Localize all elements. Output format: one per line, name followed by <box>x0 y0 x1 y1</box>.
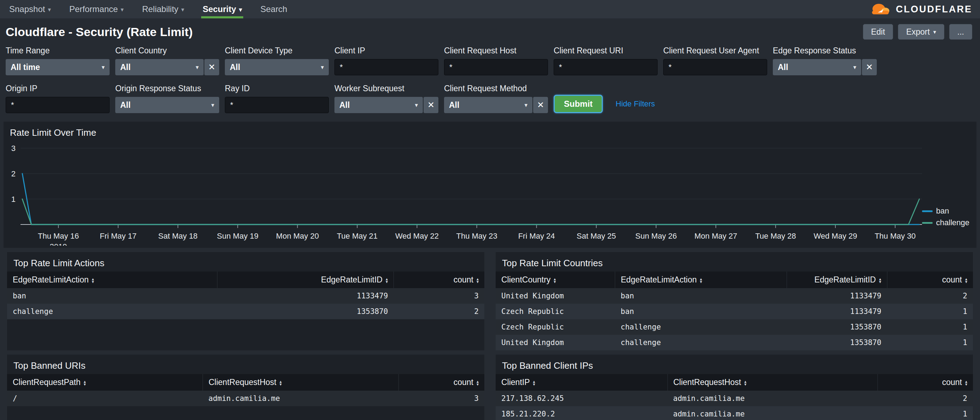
column-header-clientrequesthost[interactable]: ClientRequestHost▴▾ <box>668 374 878 391</box>
table-cell: 1353870 <box>787 335 888 350</box>
filter-label: Time Range <box>6 46 110 56</box>
client-request-uri-input[interactable] <box>554 59 657 75</box>
column-header-clientrequesthost[interactable]: ClientRequestHost▴▾ <box>203 374 399 391</box>
table-row[interactable]: 217.138.62.245admin.camilia.me2 <box>496 391 973 406</box>
top-banned-client-ips-table: ClientIP▴▾ClientRequestHost▴▾count▴▾217.… <box>496 374 973 420</box>
table-row[interactable]: United Kingdomban11334792 <box>496 288 973 304</box>
svg-text:Mon May 27: Mon May 27 <box>694 232 737 240</box>
filter-label: Client Request Host <box>444 46 548 56</box>
column-header-label: count <box>942 275 962 284</box>
client-request-method-clear-button[interactable]: ✕ <box>533 97 548 113</box>
column-header-label: ClientRequestHost <box>208 377 277 387</box>
more-button[interactable]: ... <box>949 24 972 40</box>
edge-response-status-dropdown[interactable]: All▾ <box>773 59 861 75</box>
edit-button[interactable]: Edit <box>863 24 893 40</box>
filter-time-range: Time RangeAll time▾ <box>6 46 110 75</box>
chevron-down-icon: ▾ <box>196 64 199 71</box>
time-range-dropdown[interactable]: All time▾ <box>6 59 110 75</box>
chart-title: Rate Limit Over Time <box>3 122 977 141</box>
dashboard-header: Cloudflare - Security (Rate Limit) Edit … <box>0 18 980 45</box>
submit-button[interactable]: Submit <box>554 95 603 113</box>
column-header-label: ClientRequestHost <box>673 377 741 387</box>
column-header-label: EdgeRateLimitID <box>321 275 382 284</box>
table-cell: 2 <box>394 304 485 319</box>
client-ip-input[interactable] <box>334 59 438 75</box>
dropdown-value: All <box>778 62 853 72</box>
column-header-label: EdgeRateLimitAction <box>13 275 89 284</box>
worker-subrequest-clear-button[interactable]: ✕ <box>423 97 438 113</box>
client-country-dropdown[interactable]: All▾ <box>115 59 204 75</box>
svg-text:Sun May 26: Sun May 26 <box>635 232 677 240</box>
column-header-edgeratelimitaction[interactable]: EdgeRateLimitAction▴▾ <box>7 272 217 288</box>
column-header-edgeratelimitaction[interactable]: EdgeRateLimitAction▴▾ <box>615 272 787 288</box>
table-row[interactable]: Czech Republicchallenge13538701 <box>496 319 973 335</box>
panel-top-rate-limit-actions: Top Rate Limit ActionsEdgeRateLimitActio… <box>7 252 484 350</box>
client-device-type-dropdown[interactable]: All▾ <box>225 59 329 75</box>
client-request-host-input[interactable] <box>444 59 548 75</box>
edge-response-status-clear-button[interactable]: ✕ <box>862 59 877 75</box>
legend-item-challenge[interactable]: challenge <box>922 218 969 228</box>
column-header-count[interactable]: count▴▾ <box>394 272 485 288</box>
client-request-method-dropdown[interactable]: All▾ <box>444 97 533 113</box>
sort-icon: ▴▾ <box>744 380 746 386</box>
worker-subrequest-dropdown[interactable]: All▾ <box>334 97 423 113</box>
sort-icon: ▴▾ <box>554 277 556 283</box>
table-row[interactable]: Czech Republicban11334791 <box>496 304 973 319</box>
column-header-edgeratelimitid[interactable]: EdgeRateLimitID▴▾ <box>217 272 394 288</box>
table-cell: United Kingdom <box>496 335 615 350</box>
page-title: Cloudflare - Security (Rate Limit) <box>6 25 192 39</box>
table-cell: 1 <box>887 319 973 335</box>
nav-item-snapshot[interactable]: Snapshot▾ <box>0 0 60 18</box>
sort-icon: ▴▾ <box>92 277 94 283</box>
client-request-user-agent-input[interactable] <box>663 59 767 75</box>
table-row[interactable]: challenge13538702 <box>7 304 484 319</box>
top-rate-limit-countries-table: ClientCountry▴▾EdgeRateLimitAction▴▾Edge… <box>496 272 973 350</box>
column-header-edgeratelimitid[interactable]: EdgeRateLimitID▴▾ <box>787 272 888 288</box>
chevron-down-icon: ▾ <box>211 102 214 109</box>
filter-client-request-user-agent: Client Request User Agent <box>663 46 767 75</box>
nav-item-reliability[interactable]: Reliability▾ <box>133 0 193 18</box>
sort-icon: ▴▾ <box>965 277 967 283</box>
origin-response-status-dropdown[interactable]: All▾ <box>115 97 219 113</box>
panel-title: Top Rate Limit Countries <box>496 252 973 272</box>
origin-ip-input[interactable] <box>6 97 110 113</box>
table-cell: / <box>7 391 203 406</box>
nav-item-performance[interactable]: Performance▾ <box>60 0 133 18</box>
table-cell: admin.camilia.me <box>203 391 399 406</box>
column-header-clientip[interactable]: ClientIP▴▾ <box>496 374 668 391</box>
column-header-clientcountry[interactable]: ClientCountry▴▾ <box>496 272 615 288</box>
dropdown-value: All <box>120 62 196 72</box>
nav-item-security[interactable]: Security▾ <box>193 0 251 18</box>
column-header-count[interactable]: count▴▾ <box>878 374 973 391</box>
client-country-clear-button[interactable]: ✕ <box>204 59 219 75</box>
table-row[interactable]: /admin.camilia.me3 <box>7 391 484 406</box>
tables-section: Top Rate Limit ActionsEdgeRateLimitActio… <box>3 252 977 420</box>
ray-id-input[interactable] <box>225 97 329 113</box>
table-row[interactable]: United Kingdomchallenge13538701 <box>496 335 973 350</box>
legend-swatch <box>922 210 932 212</box>
top-rate-limit-actions-table: EdgeRateLimitAction▴▾EdgeRateLimitID▴▾co… <box>7 272 484 319</box>
column-header-count[interactable]: count▴▾ <box>398 374 484 391</box>
svg-text:1: 1 <box>11 195 16 204</box>
hide-filters-link[interactable]: Hide Filters <box>616 99 655 108</box>
dropdown-value: All <box>339 100 415 110</box>
nav-item-label: Performance <box>69 4 118 14</box>
filter-row-1: Time RangeAll time▾Client CountryAll▾✕Cl… <box>6 46 974 75</box>
column-header-clientrequestpath[interactable]: ClientRequestPath▴▾ <box>7 374 203 391</box>
filter-label: Edge Response Status <box>773 46 877 56</box>
svg-text:Wed May 29: Wed May 29 <box>813 232 857 240</box>
panel-top-banned-uris: Top Banned URIsClientRequestPath▴▾Client… <box>7 355 484 420</box>
chevron-down-icon: ▾ <box>933 29 936 35</box>
table-row[interactable]: ban11334793 <box>7 288 484 304</box>
filter-label: Client Request URI <box>554 46 657 56</box>
column-header-label: ClientCountry <box>501 275 550 284</box>
nav-item-search[interactable]: Search <box>251 0 296 18</box>
column-header-count[interactable]: count▴▾ <box>887 272 973 288</box>
svg-text:Thu May 23: Thu May 23 <box>456 232 497 240</box>
sort-icon: ▴▾ <box>84 380 86 386</box>
table-row[interactable]: 185.21.220.2admin.camilia.me1 <box>496 406 973 420</box>
filter-origin-ip: Origin IP <box>6 84 110 113</box>
export-button[interactable]: Export ▾ <box>898 24 944 40</box>
svg-text:Sat May 18: Sat May 18 <box>158 232 197 240</box>
legend-item-ban[interactable]: ban <box>922 207 969 216</box>
